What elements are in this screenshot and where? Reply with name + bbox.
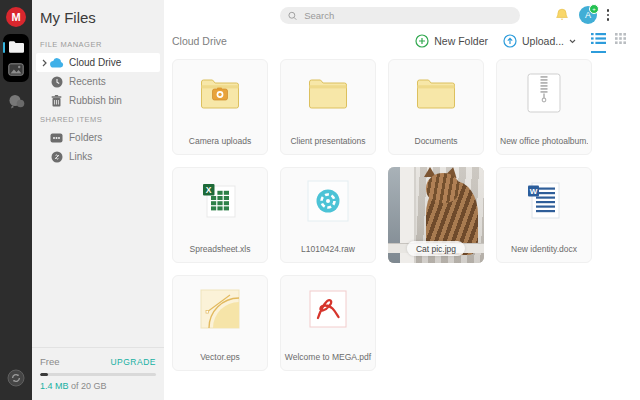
- chat-icon: [8, 94, 25, 109]
- sidebar-item-label: Cloud Drive: [69, 57, 121, 68]
- plan-label: Free: [40, 356, 60, 367]
- sidebar-item-recents[interactable]: Recents: [36, 72, 160, 91]
- new-folder-label: New Folder: [434, 35, 488, 47]
- section-label-file-manager: FILE MANAGER: [32, 35, 164, 53]
- file-name: Camera uploads: [176, 136, 264, 146]
- link-icon: [51, 151, 63, 163]
- file-name: Client presentations: [284, 136, 372, 146]
- upload-button[interactable]: Upload...: [503, 34, 576, 48]
- file-tile-documents[interactable]: Documents: [388, 59, 484, 155]
- raw-file-icon: [307, 180, 349, 222]
- cloud-icon: [50, 58, 64, 68]
- overflow-menu-button[interactable]: [604, 8, 613, 22]
- notifications-button[interactable]: [555, 8, 569, 26]
- word-doc-icon: W: [527, 181, 561, 221]
- cat-head: [426, 173, 460, 203]
- folder-icon: [308, 77, 348, 110]
- topbar: A +: [172, 0, 626, 28]
- sidebar-item-rubbish-bin[interactable]: Rubbish bin: [36, 91, 160, 110]
- active-indicator: [3, 42, 5, 53]
- sidebar-item-label: Rubbish bin: [69, 95, 122, 106]
- app-switcher: [3, 34, 29, 82]
- section-label-shared-items: SHARED ITEMS: [32, 110, 164, 128]
- list-view-icon: [591, 33, 606, 44]
- file-name: Vector.eps: [176, 352, 264, 362]
- file-grid: Camera uploads Client presentations Docu…: [172, 59, 626, 371]
- file-tile-cat-pic[interactable]: Cat pic.jpg: [388, 167, 484, 263]
- xls-letter: X: [206, 185, 212, 195]
- folder-icon: [416, 77, 456, 110]
- storage-usage: 1.4 MB of 20 GB: [40, 381, 156, 391]
- file-name: New identity.docx: [500, 244, 588, 254]
- avatar-status-badge: +: [589, 4, 599, 14]
- plus-circle-icon: [415, 34, 429, 48]
- search-bar[interactable]: [280, 7, 520, 24]
- file-name: New office photoalbum.zip: [500, 136, 588, 146]
- storage-progress-fill: [40, 373, 48, 376]
- sidebar-item-links[interactable]: Links: [36, 147, 160, 166]
- file-tile-eps[interactable]: Vector.eps: [172, 275, 268, 371]
- list-view-button[interactable]: [591, 30, 606, 53]
- sync-icon: [7, 369, 25, 387]
- search-input[interactable]: [302, 9, 512, 22]
- view-toggle: [591, 30, 626, 53]
- main-panel: A + Cloud Drive New Folder Upload...: [164, 0, 640, 400]
- upgrade-link[interactable]: UPGRADE: [110, 357, 156, 367]
- photo-icon: [8, 63, 24, 76]
- file-tile-docx[interactable]: W New identity.docx: [496, 167, 592, 263]
- trash-icon: [51, 95, 62, 107]
- file-name: Documents: [392, 136, 480, 146]
- sidebar-item-label: Folders: [69, 132, 102, 143]
- file-tile-camera-uploads[interactable]: Camera uploads: [172, 59, 268, 155]
- search-icon: [288, 11, 297, 21]
- breadcrumb[interactable]: Cloud Drive: [172, 35, 227, 47]
- rail-item-media[interactable]: [8, 63, 24, 76]
- app-rail: M: [0, 0, 32, 400]
- file-tile-pdf[interactable]: Welcome to MEGA.pdf: [280, 275, 376, 371]
- file-name: L1010424.raw: [284, 244, 372, 254]
- folder-icon: [8, 40, 25, 54]
- mega-logo-icon[interactable]: M: [6, 7, 26, 27]
- chevron-right-icon: [42, 59, 47, 67]
- file-tile-xls[interactable]: X Spreadsheet.xls: [172, 167, 268, 263]
- file-tile-raw[interactable]: L1010424.raw: [280, 167, 376, 263]
- bell-icon: [555, 8, 569, 22]
- file-name: Spreadsheet.xls: [176, 244, 264, 254]
- photo-name-pill: Cat pic.jpg: [407, 241, 465, 256]
- grid-view-button[interactable]: [615, 30, 626, 51]
- upload-label: Upload...: [522, 35, 564, 47]
- vector-eps-icon: [200, 289, 240, 329]
- chevron-down-icon: [569, 39, 576, 44]
- zip-file-icon: [527, 73, 561, 113]
- storage-total: of 20 GB: [71, 381, 107, 391]
- rail-item-cloud-drive[interactable]: [8, 40, 25, 54]
- sidebar-item-folders[interactable]: Folders: [36, 128, 160, 147]
- sidebar-item-cloud-drive[interactable]: Cloud Drive: [36, 53, 160, 72]
- file-tile-client-presentations[interactable]: Client presentations: [280, 59, 376, 155]
- folder-camera-icon: [200, 77, 240, 110]
- sidebar-item-label: Recents: [69, 76, 106, 87]
- page-title: My Files: [32, 0, 164, 35]
- file-name: Welcome to MEGA.pdf: [284, 352, 372, 362]
- new-folder-button[interactable]: New Folder: [415, 34, 488, 48]
- docx-letter: W: [530, 187, 538, 196]
- storage-panel: Free UPGRADE 1.4 MB of 20 GB: [32, 347, 164, 400]
- pdf-icon: [309, 290, 347, 328]
- file-tile-zip[interactable]: New office photoalbum.zip: [496, 59, 592, 155]
- spreadsheet-icon: X: [201, 182, 239, 220]
- sidebar: My Files FILE MANAGER Cloud Drive Recent…: [32, 0, 164, 400]
- sidebar-item-label: Links: [69, 151, 92, 162]
- rail-item-transfers[interactable]: [7, 369, 25, 391]
- shared-folders-icon: [50, 133, 63, 143]
- toolbar: Cloud Drive New Folder Upload...: [172, 28, 626, 54]
- rail-item-chat[interactable]: [8, 94, 25, 113]
- avatar[interactable]: A +: [579, 6, 597, 24]
- clock-icon: [51, 76, 63, 88]
- storage-progressbar: [40, 373, 156, 376]
- upload-icon: [503, 34, 517, 48]
- storage-used: 1.4 MB: [40, 381, 69, 391]
- grid-view-icon: [615, 33, 626, 44]
